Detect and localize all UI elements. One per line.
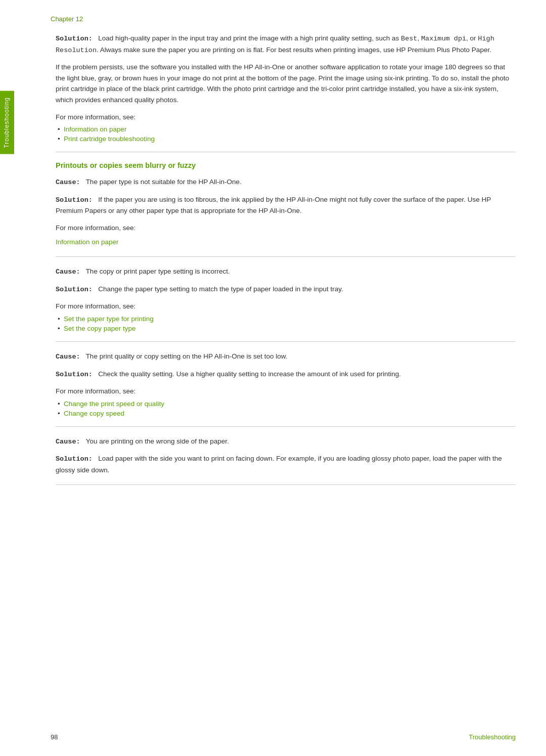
change-print-speed-link[interactable]: Change the print speed or quality	[64, 400, 164, 408]
chapter-label: Chapter 12	[51, 15, 83, 23]
for-more-4: For more information, see:	[56, 386, 516, 397]
solution-label-s1: Solution:	[56, 196, 93, 204]
page-footer: 98 Troubleshooting	[0, 733, 546, 741]
chapter-header: Chapter 12	[51, 15, 516, 23]
solution-3-text: Solution: Check the quality setting. Use…	[56, 369, 516, 380]
section-heading: Printouts or copies seem blurry or fuzzy	[56, 161, 516, 169]
solution-label-1: Solution:	[56, 35, 93, 42]
cause-block-1: Cause: The paper type is not suitable fo…	[56, 176, 516, 247]
cause-2-text: Cause: The copy or print paper type sett…	[56, 266, 516, 278]
link-list-3: Change the print speed or quality Change…	[56, 400, 516, 417]
cause-4-text: Cause: You are printing on the wrong sid…	[56, 436, 516, 448]
cause-label-3: Cause:	[56, 353, 80, 361]
solution-label-s4: Solution:	[56, 455, 93, 463]
divider-5	[56, 484, 516, 485]
divider-2	[56, 256, 516, 257]
change-copy-speed-link[interactable]: Change copy speed	[64, 410, 124, 417]
cause-label-2: Cause:	[56, 268, 80, 276]
solution-2-text: Solution: Change the paper type setting …	[56, 284, 516, 295]
main-content: Solution: Load high-quality paper in the…	[56, 33, 516, 485]
for-more-2: For more information, see:	[56, 223, 516, 234]
info-on-paper-link-2-para: Information on paper	[56, 237, 516, 248]
solution-1-text: Solution: If the paper you are using is …	[56, 194, 516, 216]
cause-block-2: Cause: The copy or print paper type sett…	[56, 266, 516, 332]
page-container: Chapter 12 Troubleshooting Solution: Loa…	[0, 0, 546, 756]
list-item: Set the paper type for printing	[56, 315, 516, 323]
cause-block-3: Cause: The print quality or copy setting…	[56, 351, 516, 417]
list-item: Set the copy paper type	[56, 325, 516, 332]
list-item: Print cartridge troubleshooting	[56, 135, 516, 143]
info-on-paper-link-1[interactable]: Information on paper	[64, 125, 127, 133]
divider-4	[56, 426, 516, 427]
list-item: Change the print speed or quality	[56, 400, 516, 408]
solution-paragraph-2: If the problem persists, use the softwar…	[56, 62, 516, 105]
cause-1-text: Cause: The paper type is not suitable fo…	[56, 176, 516, 188]
cause-label-1: Cause:	[56, 179, 80, 186]
solution-4-text: Solution: Load paper with the side you w…	[56, 453, 516, 475]
cause-3-text: Cause: The print quality or copy setting…	[56, 351, 516, 363]
for-more-1: For more information, see:	[56, 112, 516, 123]
link-list-2: Set the paper type for printing Set the …	[56, 315, 516, 332]
cause-block-4: Cause: You are printing on the wrong sid…	[56, 436, 516, 476]
set-copy-paper-link[interactable]: Set the copy paper type	[64, 325, 136, 332]
print-cartridge-link[interactable]: Print cartridge troubleshooting	[64, 135, 155, 143]
solution-paragraph-1: Solution: Load high-quality paper in the…	[56, 33, 516, 56]
set-paper-type-link[interactable]: Set the paper type for printing	[64, 315, 154, 323]
sidebar-label: Troubleshooting	[0, 91, 14, 154]
footer-page-number: 98	[51, 733, 58, 741]
divider-1	[56, 152, 516, 152]
solution-label-s2: Solution:	[56, 286, 93, 293]
footer-section-label: Troubleshooting	[469, 733, 516, 741]
list-item: Information on paper	[56, 125, 516, 133]
divider-3	[56, 341, 516, 342]
info-on-paper-link-2[interactable]: Information on paper	[56, 238, 119, 246]
for-more-3: For more information, see:	[56, 301, 516, 312]
list-item: Change copy speed	[56, 410, 516, 417]
link-list-1: Information on paper Print cartridge tro…	[56, 125, 516, 143]
solution-label-s3: Solution:	[56, 371, 93, 378]
cause-label-4: Cause:	[56, 438, 80, 446]
